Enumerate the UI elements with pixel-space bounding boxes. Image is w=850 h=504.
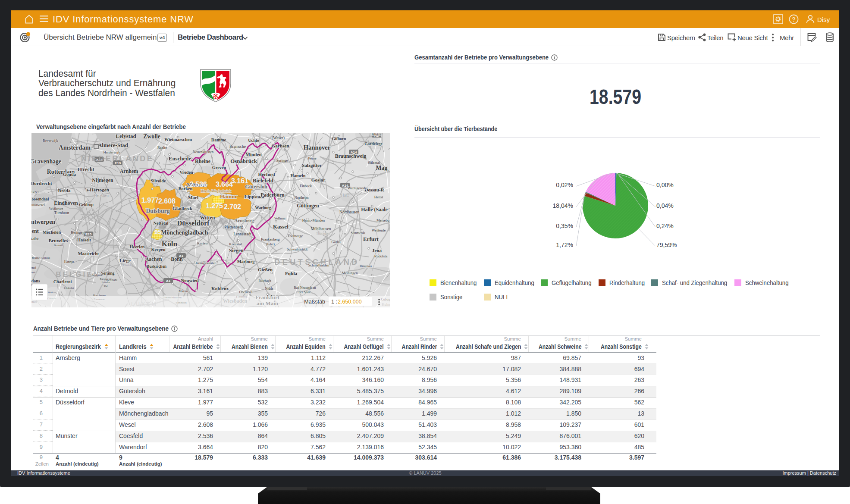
svg-text:Vreden: Vreden [179, 170, 193, 175]
svg-text:Liège: Liège [119, 258, 131, 263]
svg-text:Nordhausen: Nordhausen [339, 210, 359, 214]
svg-text:Gütersloh: Gütersloh [245, 184, 267, 190]
svg-text:Veldhoven: Veldhoven [49, 207, 63, 211]
svg-text:3.664: 3.664 [216, 181, 233, 188]
svg-text:Wernigerode: Wernigerode [348, 186, 367, 190]
svg-text:2.650.000: 2.650.000 [338, 299, 362, 305]
svg-text:Lüttich: Lüttich [123, 263, 132, 266]
svg-text:Hannut: Hannut [64, 260, 74, 264]
svg-text:Mersebu: Mersebu [376, 218, 390, 222]
svg-text:Gardelege: Gardelege [364, 142, 383, 146]
svg-text:Mechelen: Mechelen [43, 230, 61, 235]
svg-text:Ath: Ath [31, 271, 36, 274]
svg-text:Gent: Gent [31, 228, 39, 234]
svg-text:Duisburg: Duisburg [146, 208, 169, 214]
svg-text:Bruxelles: Bruxelles [49, 238, 68, 243]
svg-text:Minden: Minden [245, 152, 262, 157]
svg-text:2.536: 2.536 [190, 181, 207, 188]
svg-text:Einbeck: Einbeck [300, 184, 312, 188]
svg-text:Kreuztal: Kreuztal [229, 242, 242, 246]
svg-text:Mönchengladbach: Mönchengladbach [161, 229, 208, 236]
svg-text:Geldrop: Geldrop [79, 203, 94, 207]
svg-text:Fraiture: Fraiture [102, 281, 110, 284]
svg-text:0,04%: 0,04% [656, 202, 674, 209]
svg-text:Wietmarschen: Wietmarschen [164, 137, 192, 142]
svg-text:Andenne: Andenne [92, 273, 103, 276]
svg-text:Schmalkalden: Schmalkalden [308, 263, 329, 267]
svg-text:Hann.-Münden: Hann.-Münden [302, 218, 325, 222]
svg-text:Hasselt: Hasselt [77, 238, 91, 242]
svg-text:Lelystad: Lelystad [116, 133, 136, 139]
svg-text:2.608: 2.608 [158, 197, 176, 205]
svg-text:Almere-Stad: Almere-Stad [98, 142, 129, 148]
svg-text:Bad Neustadt an: Bad Neustadt an [294, 286, 316, 290]
svg-text:Butzbach: Butzbach [258, 279, 271, 283]
svg-text:Königswinter: Königswinter [196, 261, 216, 265]
svg-text:Neuenkirchen: Neuenkirchen [193, 150, 214, 154]
svg-text:Brussel: Brussel [54, 244, 63, 247]
svg-text:Thüringen: Thüringen [316, 232, 330, 235]
svg-text:Hameln: Hameln [291, 173, 306, 178]
svg-text:Buskirchen: Buskirchen [147, 264, 167, 269]
svg-text:Halle (Saale: Halle (Saale [361, 207, 388, 213]
svg-text:Sülzetal: Sülzetal [368, 160, 380, 165]
svg-text:652: 652 [104, 285, 108, 287]
svg-text:Breda: Breda [58, 188, 70, 193]
svg-text:1,72%: 1,72% [556, 241, 573, 248]
svg-text:Springe: Springe [276, 158, 288, 163]
svg-text:1 :: 1 : [331, 299, 337, 305]
svg-text:Meiningen: Meiningen [342, 271, 358, 275]
svg-text:Marl: Marl [188, 195, 198, 200]
svg-text:0,00%: 0,00% [656, 182, 674, 188]
svg-text:Erfurt: Erfurt [363, 236, 379, 242]
svg-text:Garbsen: Garbsen [271, 143, 289, 148]
svg-text:journai: journai [31, 266, 36, 270]
svg-text:(Weser): (Weser) [272, 136, 285, 141]
svg-text:Herzogen: Herzogen [94, 193, 109, 197]
svg-text:Aachen: Aachen [145, 256, 162, 262]
svg-text:E25: E25 [85, 232, 92, 236]
svg-text:Eschwege: Eschwege [288, 234, 303, 238]
svg-text:Mühlhausen: Mühlhausen [311, 227, 331, 231]
svg-text:Bielefeld: Bielefeld [253, 178, 274, 184]
svg-text:0,24%: 0,24% [656, 222, 674, 229]
svg-text:Herford: Herford [258, 172, 275, 177]
svg-text:Greven: Greven [212, 165, 226, 170]
svg-text:Salzgitter: Salzgitter [302, 163, 322, 168]
svg-text:0,35%: 0,35% [556, 222, 573, 229]
svg-text:Dessau-R: Dessau-R [364, 187, 384, 192]
svg-text:Gravenhage: Gravenhage [31, 158, 61, 165]
svg-text:Arnhem: Arnhem [120, 168, 138, 174]
svg-text:0,02%: 0,02% [556, 182, 573, 188]
svg-text:Roosendaal: Roosendaal [31, 197, 49, 201]
svg-text:Harderwijk: Harderwijk [103, 150, 120, 154]
svg-text:Enschede: Enschede [169, 156, 191, 162]
svg-text:Goslar: Goslar [311, 177, 325, 182]
svg-text:Baraque de: Baraque de [100, 278, 111, 280]
svg-text:Aalst: Aalst [31, 237, 39, 241]
svg-text:95: 95 [154, 229, 161, 235]
svg-text:Beringen: Beringen [71, 230, 85, 235]
svg-text:Rheda-Wiedenbrück: Rheda-Wiedenbrück [201, 189, 232, 193]
svg-text:Gouda: Gouda [63, 172, 76, 177]
svg-text:Charleroi: Charleroi [53, 279, 72, 284]
svg-text:Kassel: Kassel [273, 224, 289, 230]
svg-text:Köln: Köln [162, 240, 178, 248]
svg-text:Warburg: Warburg [255, 206, 271, 210]
svg-text:Maßstab: Maßstab [304, 299, 325, 305]
svg-text:Zwolle: Zwolle [143, 133, 160, 140]
svg-text:Châtelet: Châtelet [64, 286, 74, 289]
svg-text:Sömmerda: Sömmerda [351, 231, 365, 235]
svg-text:Osnabrück: Osnabrück [230, 158, 257, 164]
svg-text:Amsterdam: Amsterdam [59, 144, 91, 151]
svg-text:?: ? [792, 16, 796, 23]
svg-text:Maastricht: Maastricht [78, 251, 99, 256]
svg-text:Neuwied: Neuwied [181, 278, 199, 283]
svg-text:Gießen: Gießen [258, 267, 273, 272]
svg-text:1.977: 1.977 [141, 197, 159, 204]
svg-text:Mons: Mons [31, 279, 40, 283]
svg-text:Fulda: Fulda [285, 271, 297, 276]
svg-text:Vellmar: Vellmar [274, 216, 285, 220]
svg-text:Northeim: Northeim [295, 195, 309, 200]
svg-text:Hettst: Hettst [374, 195, 383, 199]
